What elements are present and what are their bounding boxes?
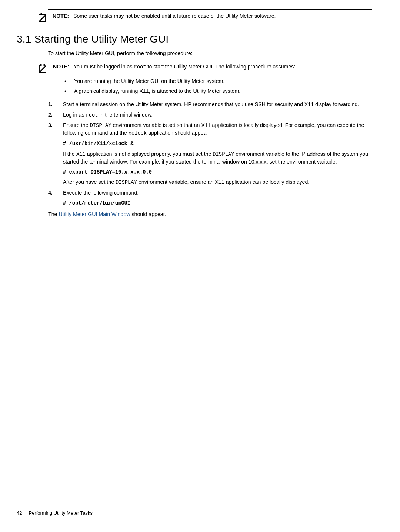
intro-text: To start the Utility Meter GUI, perform … — [48, 50, 372, 57]
command-text: # export DISPLAY=10.x.x.x:0.0 — [63, 169, 152, 175]
step-text-pre: Ensure the — [63, 122, 90, 128]
note-text-code: root — [134, 64, 146, 70]
step-para-post: environment variable, ensure an X11 appl… — [137, 179, 309, 185]
step-text-post: in the terminal window. — [98, 112, 153, 118]
page-number: 42 — [17, 510, 22, 516]
note-text-pre: You must be logged in as — [74, 64, 134, 70]
section-heading: 3.1 Starting the Utility Meter GUI — [17, 32, 372, 46]
horizontal-rule — [48, 60, 372, 60]
note-block-1: NOTE: Some user tasks may not be enabled… — [37, 13, 372, 25]
note-label: NOTE: — [53, 13, 69, 19]
code-inline: DISPLAY — [116, 180, 137, 185]
step-text-pre: Log in as — [63, 112, 86, 118]
step-para-pre: After you have set the — [63, 179, 116, 185]
page-footer: 42Performing Utility Meter Tasks — [17, 510, 93, 516]
command-text: # /usr/bin/X11/xclock & — [63, 141, 133, 147]
note-label: NOTE: — [53, 64, 69, 70]
code-inline: DISPLAY — [90, 123, 111, 128]
closing-paragraph: The Utility Meter GUI Main Window should… — [48, 211, 372, 218]
note-icon — [37, 13, 50, 25]
step-text: Start a terminal session on the Utility … — [63, 101, 359, 107]
step-item: Execute the following command: # /opt/me… — [48, 189, 372, 207]
step-text: Execute the following command: — [63, 190, 139, 196]
horizontal-rule — [48, 9, 372, 10]
note-block-2: NOTE: You must be logged in as root to s… — [37, 63, 372, 75]
code-inline: DISPLAY — [213, 152, 234, 157]
horizontal-rule — [48, 28, 372, 28]
footer-title: Performing Utility Meter Tasks — [29, 510, 92, 516]
closing-pre: The — [48, 211, 59, 217]
note-text: Some user tasks may not be enabled until… — [73, 13, 276, 19]
list-item: You are running the Utility Meter GUI on… — [63, 78, 372, 85]
closing-post: should appear. — [130, 211, 166, 217]
note-icon — [37, 63, 51, 75]
step-para-pre: If the X11 application is not displayed … — [63, 151, 213, 157]
procedure-steps: Start a terminal session on the Utility … — [48, 101, 372, 207]
cross-reference-link[interactable]: Utility Meter GUI Main Window — [59, 211, 130, 217]
step-item: Ensure the DISPLAY environment variable … — [48, 122, 372, 186]
note-bullet-list: You are running the Utility Meter GUI on… — [63, 78, 372, 95]
step-item: Log in as root in the terminal window. — [48, 111, 372, 119]
command-text: # /opt/meter/bin/umGUI — [63, 201, 130, 206]
code-inline: root — [86, 112, 98, 118]
code-inline: xclock — [129, 131, 147, 136]
step-item: Start a terminal session on the Utility … — [48, 101, 372, 108]
step-text-post: application should appear: — [147, 130, 210, 136]
horizontal-rule — [48, 98, 372, 98]
list-item: A graphical display, running X11, is att… — [63, 88, 372, 95]
note-text-post: to start the Utility Meter GUI. The foll… — [146, 64, 296, 70]
